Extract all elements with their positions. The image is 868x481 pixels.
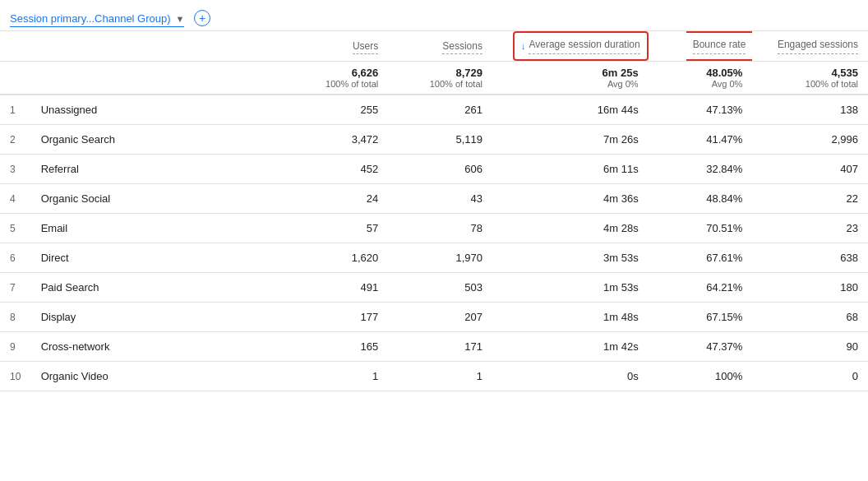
col-header-users-label: Users	[353, 40, 378, 54]
table-row: 3 Referral 452 606 6m 11s 32.84% 407	[0, 154, 868, 183]
table-row: 10 Organic Video 1 1 0s 100% 0	[0, 361, 868, 391]
row-label[interactable]: Organic Social	[41, 192, 111, 205]
row-label[interactable]: Organic Video	[41, 370, 108, 382]
row-users: 491	[284, 272, 389, 302]
row-label[interactable]: Paid Search	[41, 281, 99, 294]
col-header-engaged-sessions[interactable]: Engaged sessions	[752, 31, 868, 62]
col-header-avg-label: Average session duration	[529, 38, 639, 54]
row-bounce-rate: 47.37%	[649, 331, 753, 361]
row-engaged-sessions: 407	[752, 154, 868, 183]
row-engaged-sessions: 2,996	[752, 124, 868, 154]
row-dimension-5: 5 Email	[0, 213, 284, 243]
row-bounce-rate: 48.84%	[649, 183, 753, 213]
row-label[interactable]: Display	[41, 311, 76, 323]
row-avg-session-duration: 7m 26s	[492, 124, 649, 154]
row-number: 3	[10, 164, 25, 175]
col-header-dimension	[0, 31, 284, 62]
row-users: 1,620	[284, 243, 389, 272]
row-dimension-3: 3 Referral	[0, 154, 284, 183]
column-headers-row: Users Sessions ↓ Average session duratio…	[0, 31, 868, 62]
row-dimension-2: 2 Organic Search	[0, 124, 284, 154]
row-bounce-rate: 70.51%	[649, 213, 753, 243]
row-dimension-8: 8 Display	[0, 302, 284, 331]
row-sessions: 1	[388, 361, 492, 391]
row-bounce-rate: 32.84%	[649, 154, 753, 183]
row-label[interactable]: Direct	[41, 252, 69, 264]
row-number: 8	[10, 312, 25, 323]
row-engaged-sessions: 180	[752, 272, 868, 302]
row-avg-session-duration: 0s	[492, 361, 649, 391]
row-label[interactable]: Cross-network	[41, 340, 110, 353]
row-avg-session-duration: 4m 36s	[492, 183, 649, 213]
row-number: 10	[10, 371, 25, 382]
row-bounce-rate: 64.21%	[649, 272, 753, 302]
totals-avg-session-duration: 6m 25s Avg 0%	[492, 61, 649, 95]
totals-engaged-sessions: 4,535 100% of total	[752, 61, 868, 95]
row-label[interactable]: Unassigned	[41, 104, 98, 116]
sort-down-icon: ↓	[521, 41, 526, 51]
totals-users: 6,626 100% of total	[284, 61, 389, 95]
table-row: 5 Email 57 78 4m 28s 70.51% 23	[0, 213, 868, 243]
col-header-engaged-label: Engaged sessions	[778, 38, 858, 54]
row-engaged-sessions: 638	[752, 243, 868, 272]
row-number: 2	[10, 134, 25, 146]
row-bounce-rate: 67.61%	[649, 243, 753, 272]
totals-sessions: 8,729 100% of total	[388, 61, 492, 95]
dimension-selector[interactable]: Session primary...Channel Group) ▼	[10, 12, 184, 27]
row-avg-session-duration: 1m 42s	[492, 331, 649, 361]
row-engaged-sessions: 68	[752, 302, 868, 331]
row-users: 177	[284, 302, 389, 331]
row-users: 1	[284, 361, 389, 391]
row-label[interactable]: Referral	[41, 163, 79, 175]
row-number: 9	[10, 341, 25, 353]
analytics-table: Session primary...Channel Group) ▼ + Use…	[0, 0, 868, 391]
totals-row: 6,626 100% of total 8,729 100% of total …	[0, 61, 868, 95]
row-number: 1	[10, 104, 25, 116]
row-users: 255	[284, 95, 389, 125]
table-row: 8 Display 177 207 1m 48s 67.15% 68	[0, 302, 868, 331]
col-header-users[interactable]: Users	[284, 31, 389, 62]
row-engaged-sessions: 138	[752, 95, 868, 125]
col-header-sessions-label: Sessions	[442, 40, 482, 54]
row-dimension-7: 7 Paid Search	[0, 272, 284, 302]
row-number: 6	[10, 252, 25, 264]
totals-bounce-rate: 48.05% Avg 0%	[649, 61, 753, 95]
col-header-sessions[interactable]: Sessions	[388, 31, 492, 62]
row-sessions: 503	[388, 272, 492, 302]
row-dimension-6: 6 Direct	[0, 243, 284, 272]
dimension-selector-arrow: ▼	[176, 14, 185, 24]
table-row: 2 Organic Search 3,472 5,119 7m 26s 41.4…	[0, 124, 868, 154]
row-sessions: 1,970	[388, 243, 492, 272]
row-avg-session-duration: 16m 44s	[492, 95, 649, 125]
row-label[interactable]: Email	[41, 222, 68, 234]
row-users: 452	[284, 154, 389, 183]
row-dimension-10: 10 Organic Video	[0, 361, 284, 391]
dimension-header-row: Session primary...Channel Group) ▼ +	[0, 0, 868, 31]
table-row: 9 Cross-network 165 171 1m 42s 47.37% 90	[0, 331, 868, 361]
row-users: 57	[284, 213, 389, 243]
row-number: 7	[10, 282, 25, 294]
totals-dimension	[0, 61, 284, 95]
col-header-bounce-rate[interactable]: Bounce rate	[649, 31, 753, 62]
row-dimension-1: 1 Unassigned	[0, 95, 284, 125]
row-dimension-9: 9 Cross-network	[0, 331, 284, 361]
row-sessions: 171	[388, 331, 492, 361]
col-header-avg-session-duration[interactable]: ↓ Average session duration	[492, 31, 649, 62]
row-engaged-sessions: 90	[752, 331, 868, 361]
analytics-table-container: Session primary...Channel Group) ▼ + Use…	[0, 0, 868, 481]
row-engaged-sessions: 23	[752, 213, 868, 243]
row-sessions: 78	[388, 213, 492, 243]
row-label[interactable]: Organic Search	[41, 133, 115, 146]
row-avg-session-duration: 1m 48s	[492, 302, 649, 331]
row-avg-session-duration: 3m 53s	[492, 243, 649, 272]
row-engaged-sessions: 0	[752, 361, 868, 391]
table-row: 4 Organic Social 24 43 4m 36s 48.84% 22	[0, 183, 868, 213]
add-dimension-button[interactable]: +	[194, 10, 210, 26]
row-bounce-rate: 47.13%	[649, 95, 753, 125]
row-users: 24	[284, 183, 389, 213]
col-header-bounce-label: Bounce rate	[693, 38, 746, 54]
row-sessions: 43	[388, 183, 492, 213]
row-users: 3,472	[284, 124, 389, 154]
row-engaged-sessions: 22	[752, 183, 868, 213]
row-avg-session-duration: 1m 53s	[492, 272, 649, 302]
